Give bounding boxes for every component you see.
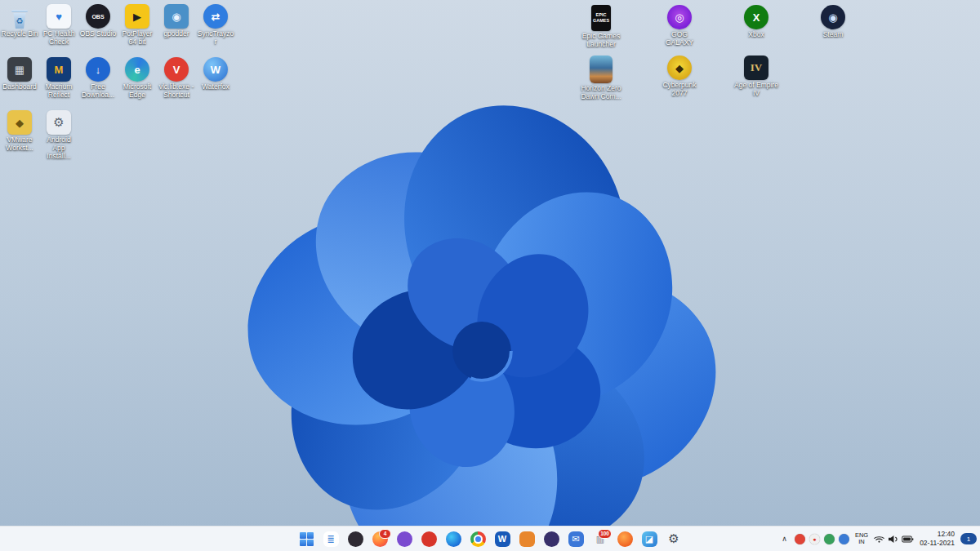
taskbar-github-desktop[interactable] <box>541 529 561 549</box>
taskbar-red-circle-app[interactable] <box>419 529 439 549</box>
desktop-icon-epic-games-launcher[interactable]: EPIC GAMESEpic Games Launcher <box>579 5 623 49</box>
macrium-reflect-icon: M <box>47 57 71 82</box>
xbox-icon: X <box>744 5 768 29</box>
tray-app-3-icon[interactable] <box>824 534 835 544</box>
blue-circle-app-icon <box>446 531 461 547</box>
taskbar-chrome[interactable] <box>468 529 488 549</box>
gog-galaxy-icon: ◎ <box>667 5 692 29</box>
desktop-icon-obs-studio[interactable]: OBSOBS Studio <box>79 4 117 38</box>
desktop-icon-vlc-shortcut[interactable]: Vvlc.lib.exe - Shortcut <box>158 57 195 100</box>
taskbar-firefox[interactable]: 4 <box>370 529 390 549</box>
desktop-icon-waterfox[interactable]: WWaterfox <box>197 57 234 91</box>
waterfox-icon: W <box>203 57 228 82</box>
quick-settings[interactable] <box>874 535 914 544</box>
tray-app-4-icon[interactable] <box>839 534 849 544</box>
taskbar-system-monitor-app[interactable]: ▥100 <box>590 529 610 549</box>
microsoft-edge-icon: e <box>125 57 149 82</box>
desktop-icon-xbox[interactable]: XXbox <box>734 5 778 39</box>
age-of-empires-iv-label: Age of Empire IV <box>734 82 778 98</box>
settings-icon: ⚙ <box>666 531 682 547</box>
desktop-icon-vmware-workstation[interactable]: ◆VMware Workst... <box>1 110 38 153</box>
desktop-icon-gog-galaxy[interactable]: ◎GOG GALAXY <box>657 5 702 47</box>
taskbar-mail[interactable]: ✉ <box>566 529 586 549</box>
tray-app-icons: ● <box>795 534 849 544</box>
desktop-icon-cyberpunk-2077[interactable]: ◆Cyberpunk 2077 <box>657 56 702 98</box>
vlc-shortcut-label: vlc.lib.exe - Shortcut <box>158 83 195 100</box>
github-desktop-icon <box>544 531 559 547</box>
free-download-manager-icon: ↓ <box>86 57 110 82</box>
taskbar-orange-circle-app[interactable] <box>615 529 635 549</box>
windows-logo-icon <box>300 532 314 546</box>
desktop-icon-android-app-installer[interactable]: ⚙Android App Install... <box>40 110 78 160</box>
desktop-icon-gpodder[interactable]: ◉gpodder <box>158 4 195 38</box>
waterfox-label: Waterfox <box>197 83 234 91</box>
taskbar-word[interactable]: W <box>492 529 512 549</box>
synctrayzor-icon: ⇄ <box>203 4 228 29</box>
taskbar-dark-circle-app[interactable] <box>345 529 365 549</box>
taskbar-blue-circle-app[interactable] <box>443 529 463 549</box>
desktop-icon-free-download-manager[interactable]: ↓Free Downloa... <box>79 57 117 100</box>
taskbar-photos[interactable]: ◪ <box>639 529 659 549</box>
clock-date: 02-11-2021 <box>920 539 955 548</box>
horizon-zero-dawn-icon <box>590 56 612 83</box>
steam-label: Steam <box>811 31 855 39</box>
pc-health-check-label: PC Health Check <box>40 30 78 47</box>
gpodder-label: gpodder <box>158 30 195 38</box>
wifi-icon <box>874 535 884 544</box>
cyberpunk-2077-label: Cyberpunk 2077 <box>657 82 702 98</box>
age-of-empires-iv-icon: IV <box>744 56 768 80</box>
desktop-icon-pc-health-check[interactable]: ♥PC Health Check <box>40 4 78 47</box>
tray-app-2-icon[interactable]: ● <box>809 534 820 544</box>
clock-time: 12:40 <box>938 530 955 539</box>
vmware-workstation-label: VMware Workst... <box>1 136 38 153</box>
microsoft-edge-label: Microsoft Edge <box>118 83 156 100</box>
battery-icon <box>902 535 914 544</box>
dashboard-icon: ▦ <box>7 57 32 82</box>
tray-overflow-chevron-icon[interactable]: ∧ <box>780 535 789 543</box>
recycle-bin-icon: ♻ <box>7 4 32 29</box>
volume-icon <box>888 535 898 544</box>
potplayer-icon: ▶ <box>125 4 149 29</box>
mail-icon: ✉ <box>568 531 584 547</box>
dark-circle-app-icon <box>348 531 363 547</box>
notification-count-badge[interactable]: 1 <box>960 533 977 544</box>
desktop-icon-recycle-bin[interactable]: ♻Recycle Bin <box>1 4 38 38</box>
photos-icon: ◪ <box>642 531 657 547</box>
macrium-reflect-label: Macrium Reflect <box>40 83 78 100</box>
tray-app-1-icon[interactable] <box>795 534 805 544</box>
language-indicator[interactable]: ENG IN <box>855 532 868 546</box>
taskbar-purple-circle-app[interactable] <box>394 529 414 549</box>
orange-circle-app-icon <box>617 531 633 547</box>
desktop-icon-macrium-reflect[interactable]: MMacrium Reflect <box>40 57 78 100</box>
desktop-icon-synctrayzor[interactable]: ⇄SyncTrayzor <box>197 4 234 47</box>
android-app-installer-label: Android App Install... <box>40 136 78 160</box>
desktop-icon-age-of-empires-iv[interactable]: IVAge of Empire IV <box>734 56 778 98</box>
gog-galaxy-label: GOG GALAXY <box>657 31 702 47</box>
vlc-shortcut-icon: V <box>164 57 189 82</box>
system-tray: ∧ ● ENG IN <box>780 527 977 551</box>
desktop-icon-potplayer[interactable]: ▶PotPlayer 64 bit <box>118 4 156 47</box>
taskbar-widgets-app[interactable]: ≣ <box>321 529 341 549</box>
pc-health-check-icon: ♥ <box>47 4 71 29</box>
synctrayzor-label: SyncTrayzor <box>197 30 234 47</box>
clock[interactable]: 12:40 02-11-2021 <box>920 530 955 547</box>
taskbar-settings[interactable]: ⚙ <box>664 529 684 549</box>
taskbar-orange-square-app[interactable] <box>517 529 537 549</box>
vmware-workstation-icon: ◆ <box>7 110 32 135</box>
free-download-manager-label: Free Downloa... <box>79 83 117 100</box>
taskbar-start-button[interactable] <box>296 529 316 549</box>
desktop-icon-steam[interactable]: ◉Steam <box>811 5 855 39</box>
orange-square-app-icon <box>519 531 535 547</box>
epic-games-launcher-icon: EPIC GAMES <box>591 5 611 31</box>
xbox-label: Xbox <box>734 31 778 39</box>
desktop-icon-dashboard[interactable]: ▦Dashboard <box>1 57 38 91</box>
taskbar: ≣4W✉▥100◪⚙ ∧ ● ENG IN <box>0 526 980 551</box>
desktop-icon-horizon-zero-dawn[interactable]: Horizon Zero Dawn Com... <box>579 56 623 101</box>
epic-games-launcher-label: Epic Games Launcher <box>579 33 623 49</box>
cyberpunk-2077-icon: ◆ <box>667 56 692 80</box>
word-icon: W <box>495 531 510 547</box>
widgets-app-icon: ≣ <box>323 531 339 547</box>
desktop[interactable]: ♻Recycle Bin♥PC Health CheckOBSOBS Studi… <box>0 0 980 551</box>
red-circle-app-icon <box>421 531 437 547</box>
desktop-icon-microsoft-edge[interactable]: eMicrosoft Edge <box>118 57 156 100</box>
